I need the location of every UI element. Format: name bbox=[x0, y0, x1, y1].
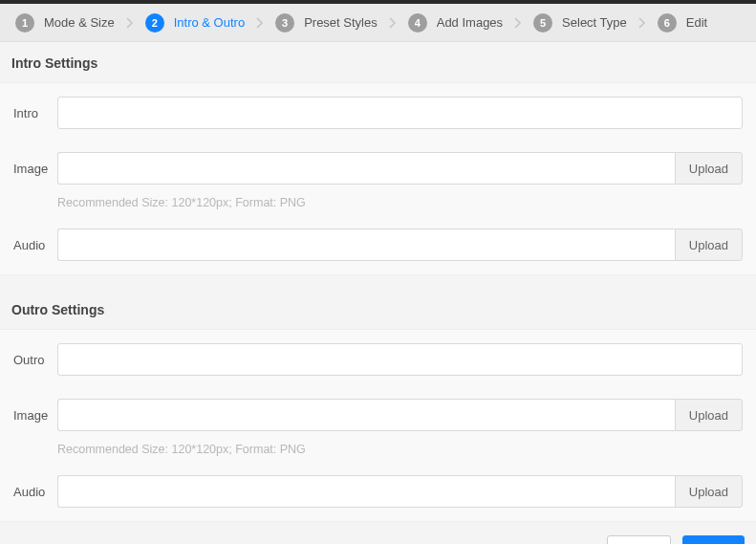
chevron-right-icon bbox=[514, 17, 522, 29]
section-gap bbox=[0, 275, 756, 289]
step-number: 5 bbox=[533, 13, 552, 33]
outro-image-row: Image Upload bbox=[0, 387, 756, 443]
intro-audio-label: Audio bbox=[13, 238, 57, 252]
outro-input[interactable] bbox=[57, 343, 743, 376]
outro-audio-label: Audio bbox=[13, 485, 57, 499]
step-number: 3 bbox=[275, 13, 294, 33]
chevron-right-icon bbox=[256, 17, 264, 29]
intro-image-row: Image Upload bbox=[0, 141, 756, 196]
wizard-stepper: 1 Mode & Size 2 Intro & Outro 3 Preset S… bbox=[0, 4, 756, 42]
chevron-right-icon bbox=[389, 17, 397, 29]
intro-image-input[interactable] bbox=[57, 152, 675, 185]
step-number: 4 bbox=[408, 13, 427, 33]
step-number: 2 bbox=[145, 13, 164, 33]
wizard-footer: Back Next bbox=[0, 522, 756, 544]
intro-audio-row: Audio Upload bbox=[0, 217, 756, 272]
outro-text-row: Outro bbox=[0, 332, 756, 387]
step-intro-outro[interactable]: 2 Intro & Outro bbox=[140, 13, 250, 33]
step-edit[interactable]: 6 Edit bbox=[652, 13, 713, 33]
step-label: Mode & Size bbox=[44, 15, 115, 30]
outro-settings-body: Outro Image Upload Recommended Size: 120… bbox=[0, 329, 756, 522]
intro-image-hint: Recommended Size: 120*120px; Format: PNG bbox=[0, 196, 756, 217]
outro-label: Outro bbox=[13, 353, 57, 367]
outro-image-label: Image bbox=[13, 408, 57, 423]
step-label: Preset Styles bbox=[304, 15, 378, 30]
step-mode-size[interactable]: 1 Mode & Size bbox=[10, 13, 120, 33]
chevron-right-icon bbox=[126, 17, 134, 29]
intro-settings-body: Intro Image Upload Recommended Size: 120… bbox=[0, 82, 756, 275]
intro-image-upload-button[interactable]: Upload bbox=[675, 152, 743, 185]
step-number: 6 bbox=[658, 13, 677, 33]
step-add-images[interactable]: 4 Add Images bbox=[402, 13, 508, 33]
outro-audio-input[interactable] bbox=[57, 475, 675, 508]
intro-audio-upload-button[interactable]: Upload bbox=[675, 228, 743, 261]
step-label: Add Images bbox=[437, 15, 503, 30]
step-preset-styles[interactable]: 3 Preset Styles bbox=[270, 13, 383, 33]
intro-audio-input[interactable] bbox=[57, 228, 675, 261]
outro-image-hint: Recommended Size: 120*120px; Format: PNG bbox=[0, 443, 756, 464]
step-number: 1 bbox=[15, 13, 34, 33]
step-label: Select Type bbox=[562, 15, 627, 30]
next-button[interactable]: Next bbox=[682, 535, 745, 544]
step-label: Edit bbox=[686, 15, 707, 30]
intro-settings-header: Intro Settings bbox=[0, 42, 756, 82]
step-label: Intro & Outro bbox=[174, 15, 245, 30]
back-button[interactable]: Back bbox=[607, 535, 671, 544]
step-select-type[interactable]: 5 Select Type bbox=[528, 13, 633, 33]
intro-image-label: Image bbox=[13, 162, 57, 176]
intro-label: Intro bbox=[13, 106, 57, 120]
chevron-right-icon bbox=[638, 17, 646, 29]
intro-input[interactable] bbox=[57, 97, 743, 129]
outro-image-upload-button[interactable]: Upload bbox=[675, 399, 743, 431]
outro-audio-row: Audio Upload bbox=[0, 464, 756, 519]
outro-image-input[interactable] bbox=[57, 399, 675, 431]
outro-audio-upload-button[interactable]: Upload bbox=[675, 475, 743, 508]
intro-text-row: Intro bbox=[0, 85, 756, 141]
outro-settings-header: Outro Settings bbox=[0, 289, 756, 329]
